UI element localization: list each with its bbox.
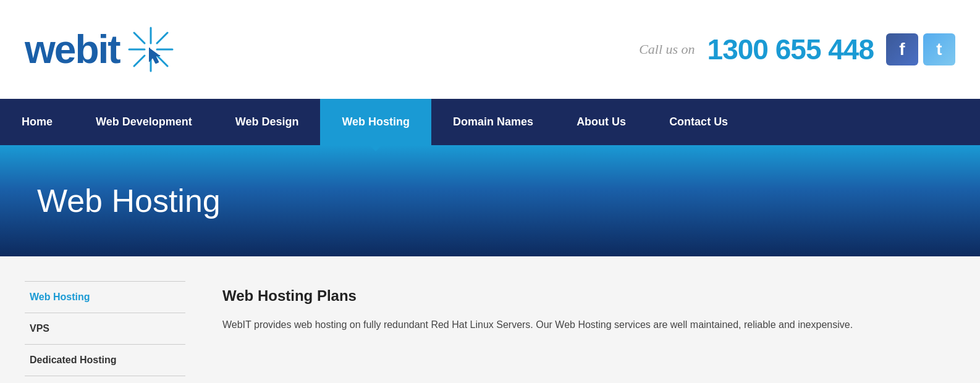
header-right: Call us on 1300 655 448 f t bbox=[639, 33, 955, 66]
nav-item-home[interactable]: Home bbox=[0, 99, 74, 145]
hero-title: Web Hosting bbox=[37, 182, 221, 219]
svg-line-5 bbox=[157, 56, 167, 66]
phone-number: 1300 655 448 bbox=[708, 33, 874, 66]
sidebar-item-vps[interactable]: VPS bbox=[25, 313, 185, 345]
logo-area: webit bbox=[25, 25, 175, 74]
content-title: Web Hosting Plans bbox=[222, 287, 943, 305]
facebook-button[interactable]: f bbox=[886, 33, 918, 65]
sidebar-item-dedicated-hosting[interactable]: Dedicated Hosting bbox=[25, 345, 185, 376]
content-area: Web Hosting Plans WebIT provides web hos… bbox=[210, 281, 955, 376]
nav-item-web-development[interactable]: Web Development bbox=[74, 99, 214, 145]
hero-banner: Web Hosting bbox=[0, 145, 980, 256]
logo-text: webit bbox=[25, 27, 120, 72]
nav-bar: Home Web Development Web Design Web Host… bbox=[0, 99, 980, 145]
svg-line-6 bbox=[157, 33, 167, 43]
sidebar-item-web-hosting[interactable]: Web Hosting bbox=[25, 281, 185, 313]
svg-line-4 bbox=[134, 33, 145, 43]
main-content: Web Hosting VPS Dedicated Hosting Web Ho… bbox=[0, 256, 980, 383]
nav-item-about-us[interactable]: About Us bbox=[555, 99, 648, 145]
nav-item-web-design[interactable]: Web Design bbox=[214, 99, 321, 145]
social-icons: f t bbox=[886, 33, 955, 65]
nav-item-contact-us[interactable]: Contact Us bbox=[648, 99, 750, 145]
nav-item-web-hosting[interactable]: Web Hosting bbox=[320, 99, 431, 145]
header: webit Call us on 1300 655 448 bbox=[0, 0, 980, 99]
logo-icon bbox=[126, 25, 175, 74]
nav-item-domain-names[interactable]: Domain Names bbox=[431, 99, 555, 145]
call-us-text: Call us on bbox=[639, 41, 695, 57]
sidebar: Web Hosting VPS Dedicated Hosting bbox=[25, 281, 185, 376]
content-description: WebIT provides web hosting on fully redu… bbox=[222, 317, 943, 333]
svg-line-7 bbox=[134, 56, 145, 66]
twitter-button[interactable]: t bbox=[923, 33, 955, 65]
